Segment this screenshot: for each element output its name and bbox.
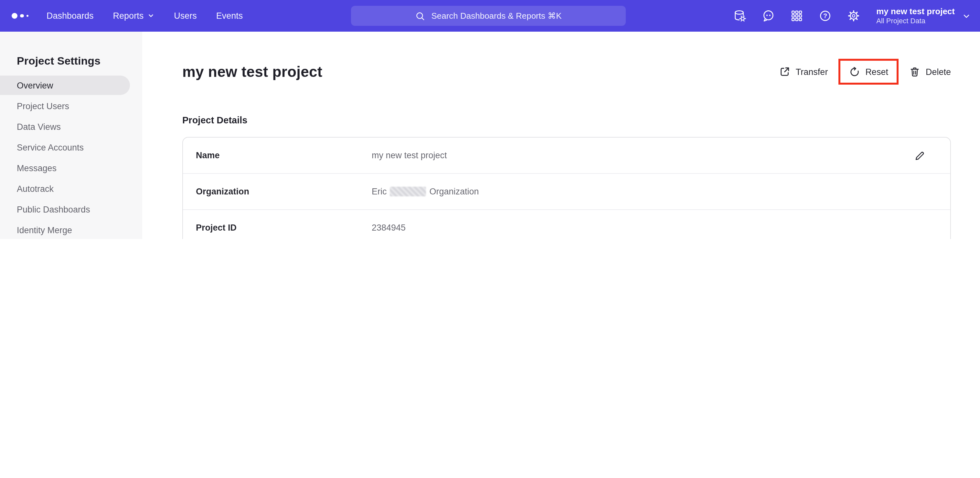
reset-label: Reset [865, 67, 888, 76]
edit-name-button[interactable] [914, 149, 926, 161]
chevron-down-icon [962, 11, 971, 21]
sidebar-item-project-users[interactable]: Project Users [0, 96, 142, 116]
data-management-icon[interactable] [733, 9, 746, 22]
sidebar-item-messages[interactable]: Messages [0, 158, 142, 178]
redacted-text [390, 187, 426, 196]
search-input[interactable]: Search Dashboards & Reports ⌘K [351, 6, 626, 26]
detail-value: my new test project [372, 151, 447, 160]
project-details-table: Name my new test project Organization Er… [182, 137, 951, 239]
reset-icon [848, 66, 860, 78]
detail-row-organization: Organization Eric Organization [183, 173, 950, 209]
primary-nav: Dashboards Reports Users Events [46, 11, 243, 21]
detail-label: Project ID [196, 223, 372, 233]
sidebar-item-autotrack[interactable]: Autotrack [0, 179, 142, 198]
nav-users[interactable]: Users [174, 11, 197, 21]
apps-grid-icon[interactable] [790, 9, 803, 22]
project-switcher[interactable]: my new test project All Project Data [876, 6, 971, 25]
project-details-heading: Project Details [182, 115, 951, 125]
sidebar-title: Project Settings [17, 55, 142, 68]
nav-reports[interactable]: Reports [113, 11, 155, 21]
page-header: my new test project Transfer [182, 62, 951, 81]
org-prefix: Eric [372, 187, 387, 196]
pencil-icon [914, 149, 926, 161]
org-suffix: Organization [430, 187, 479, 196]
settings-gear-icon[interactable] [846, 9, 860, 22]
transfer-label: Transfer [796, 67, 828, 76]
nav-dashboards[interactable]: Dashboards [46, 11, 94, 21]
sidebar-item-service-accounts[interactable]: Service Accounts [0, 138, 142, 157]
navbar-right-cluster: ? my new test project [733, 0, 971, 32]
detail-label: Organization [196, 187, 372, 196]
top-navbar: Dashboards Reports Users Events Search D… [0, 0, 980, 32]
transfer-button[interactable]: Transfer [779, 66, 828, 78]
project-switcher-text: my new test project All Project Data [876, 6, 955, 25]
delete-button[interactable]: Delete [909, 66, 951, 78]
annotation-highlight-box: Reset [838, 59, 899, 85]
settings-sidebar: Project Settings Overview Project Users … [0, 32, 142, 239]
project-actions: Transfer Reset [779, 59, 951, 85]
sidebar-item-overview[interactable]: Overview [0, 76, 130, 95]
trash-icon [909, 66, 921, 78]
current-project-name: my new test project [876, 6, 955, 16]
svg-text:?: ? [823, 12, 827, 19]
detail-label: Name [196, 151, 372, 160]
reset-button[interactable]: Reset [848, 66, 888, 78]
chevron-down-icon [147, 12, 154, 19]
search-icon [415, 11, 425, 21]
detail-row-project-id: Project ID 2384945 [183, 209, 950, 239]
sidebar-item-data-views[interactable]: Data Views [0, 117, 142, 136]
delete-label: Delete [926, 67, 951, 76]
search-placeholder: Search Dashboards & Reports ⌘K [431, 11, 562, 21]
nav-reports-label: Reports [113, 11, 144, 21]
sidebar-item-public-dashboards[interactable]: Public Dashboards [0, 200, 142, 219]
detail-row-name: Name my new test project [183, 138, 950, 173]
detail-value: Eric Organization [372, 187, 479, 196]
feedback-bubble-icon[interactable] [761, 9, 775, 22]
nav-events[interactable]: Events [216, 11, 243, 21]
help-icon[interactable]: ? [818, 9, 832, 22]
sidebar-item-identity-merge[interactable]: Identity Merge [0, 220, 142, 239]
mixpanel-logo-icon[interactable] [12, 13, 32, 19]
detail-value: 2384945 [372, 223, 406, 233]
transfer-icon [779, 66, 791, 78]
current-project-scope: All Project Data [876, 16, 955, 25]
sidebar-nav: Overview Project Users Data Views Servic… [0, 76, 142, 239]
app-root: Dashboards Reports Users Events Search D… [0, 0, 980, 239]
main-content: my new test project Transfer [142, 32, 980, 239]
page-title: my new test project [182, 63, 322, 80]
